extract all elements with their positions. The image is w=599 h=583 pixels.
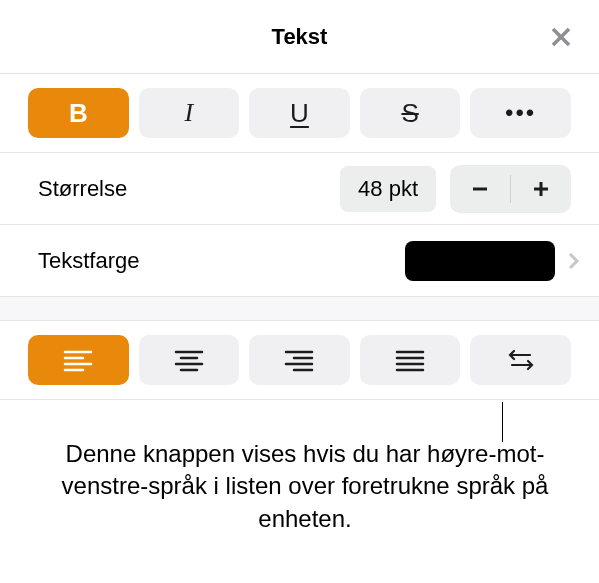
size-label: Størrelse	[38, 176, 340, 202]
align-left-icon	[63, 348, 93, 372]
strikethrough-button[interactable]: S	[360, 88, 461, 138]
underline-button[interactable]: U	[249, 88, 350, 138]
callout-text: Denne knappen vises hvis du har høyre-mo…	[60, 438, 550, 535]
align-right-icon	[284, 348, 314, 372]
size-stepper	[450, 165, 571, 213]
bold-button[interactable]: B	[28, 88, 129, 138]
font-size-row: Størrelse 48 pkt	[0, 153, 599, 225]
rtl-direction-icon	[506, 348, 536, 372]
align-center-button[interactable]	[139, 335, 240, 385]
text-format-panel: Tekst B I U S ••• Størrelse 48 pkt Tekst…	[0, 0, 599, 400]
text-color-label: Tekstfarge	[38, 248, 405, 274]
align-left-button[interactable]	[28, 335, 129, 385]
close-icon	[550, 26, 572, 48]
italic-button[interactable]: I	[139, 88, 240, 138]
text-direction-button[interactable]	[470, 335, 571, 385]
align-center-icon	[174, 348, 204, 372]
text-color-row[interactable]: Tekstfarge	[0, 225, 599, 297]
text-color-swatch	[405, 241, 555, 281]
size-value[interactable]: 48 pkt	[340, 166, 436, 212]
size-increase-button[interactable]	[511, 165, 571, 213]
callout-annotation: Denne knappen vises hvis du har høyre-mo…	[60, 438, 550, 535]
align-right-button[interactable]	[249, 335, 350, 385]
chevron-right-icon	[567, 250, 581, 272]
panel-header: Tekst	[0, 0, 599, 74]
section-spacer	[0, 297, 599, 321]
align-justify-icon	[395, 348, 425, 372]
minus-icon	[469, 178, 491, 200]
size-decrease-button[interactable]	[450, 165, 510, 213]
align-justify-button[interactable]	[360, 335, 461, 385]
more-options-button[interactable]: •••	[470, 88, 571, 138]
text-style-row: B I U S •••	[0, 74, 599, 153]
callout-leader-line	[502, 402, 503, 442]
panel-title: Tekst	[272, 24, 328, 50]
close-button[interactable]	[541, 17, 581, 57]
plus-icon	[530, 178, 552, 200]
alignment-row	[0, 321, 599, 400]
